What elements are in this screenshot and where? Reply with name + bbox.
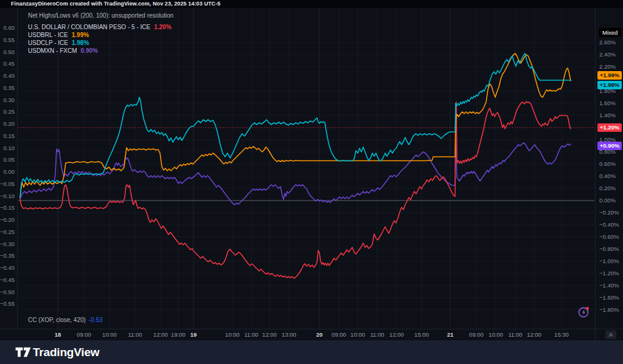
left-axis-label: 0.40	[0, 72, 15, 80]
time-tick: 12:00	[259, 331, 280, 338]
time-tick: 10:00	[347, 331, 369, 338]
cc-indicator-value: -0.53	[89, 317, 103, 323]
series-line-usdbrl	[20, 53, 571, 197]
price-badge-usdclp: +1.98%	[597, 81, 622, 89]
tradingview-brand-text[interactable]: TradingView	[33, 346, 99, 359]
series-line-usdclp	[20, 53, 571, 197]
time-tick-day: 21	[439, 331, 461, 338]
left-axis-label: 0.00	[0, 168, 15, 176]
left-axis-label: 0.35	[0, 84, 15, 92]
right-axis-label: −1.80%	[599, 306, 619, 314]
cc-indicator-name: CC (XOP, close, 420)	[28, 317, 86, 323]
left-axis-label: 0.20	[0, 120, 15, 128]
left-axis-label: 0.50	[0, 49, 15, 56]
left-axis-label: −0.20	[0, 216, 15, 224]
right-axis-label: −1.60%	[599, 294, 619, 301]
right-axis-label: 0.20%	[599, 185, 616, 192]
legend-symbol-label: U.S. DOLLAR / COLOMBIAN PESO - 5 - ICE	[28, 24, 150, 30]
time-scale[interactable]: A 1809:0010:0011:0012:0019:001910:0011:0…	[0, 329, 623, 340]
left-axis-label: −0.25	[0, 228, 15, 236]
left-axis-label: −0.40	[0, 264, 15, 272]
legend-symbol-change: 1.98%	[72, 39, 89, 46]
left-axis-label: 0.30	[0, 97, 15, 104]
right-axis-label: −1.40%	[599, 282, 619, 289]
right-axis-label: 0.00%	[599, 197, 616, 204]
left-axis-label: 0.15	[0, 132, 15, 140]
right-axis-label: −0.40%	[599, 221, 619, 228]
left-axis-label: 0.25	[0, 108, 15, 115]
time-tick: 12:00	[523, 331, 545, 338]
left-axis-label: −0.30	[0, 241, 15, 248]
right-axis-label: 1.60%	[599, 100, 616, 107]
time-tick: 11:00	[366, 331, 388, 338]
time-tick: 13:00	[278, 331, 300, 338]
time-tick-day: 19	[183, 331, 204, 338]
right-axis-label: −0.80%	[599, 246, 619, 253]
chart-area[interactable]: Net Highs/Lows v6 (200, 100): unsupporte…	[18, 8, 594, 329]
legend-symbol-change: 0.90%	[81, 47, 98, 54]
right-axis-label: −0.60%	[599, 233, 619, 241]
price-badge-usdcop: +1.20%	[597, 123, 622, 132]
chart-legend: Net Highs/Lows v6 (200, 100): unsupporte…	[28, 12, 173, 55]
left-axis-label: −0.05	[0, 180, 15, 188]
left-axis-label: 0.55	[0, 36, 15, 44]
footer-bar: TradingView	[0, 340, 623, 364]
time-tick: 09:00	[465, 331, 487, 338]
time-tick: 10:00	[99, 331, 120, 338]
legend-symbol-label: USDBRL - ICE	[28, 32, 68, 38]
right-axis-label: 2.60%	[599, 39, 616, 46]
left-axis-label: 0.10	[0, 145, 15, 152]
legend-symbol-label: USDCLP - ICE	[28, 39, 68, 46]
left-axis-label: −0.10	[0, 193, 15, 200]
time-tick: 12:00	[386, 331, 408, 338]
auto-scale-button[interactable]: A	[605, 331, 616, 339]
legend-symbol-change: 1.20%	[154, 24, 171, 30]
time-tick: 11:00	[124, 331, 146, 338]
right-axis-label: −1.20%	[599, 270, 619, 277]
tradingview-logo-icon[interactable]	[15, 347, 31, 357]
left-axis-label: −0.35	[0, 252, 15, 259]
cc-indicator-label[interactable]: CC (XOP, close, 420)-0.53	[28, 317, 103, 323]
price-chart-plot[interactable]	[18, 8, 594, 329]
right-axis-label: −1.00%	[599, 258, 619, 265]
left-axis-label: −0.45	[0, 276, 15, 284]
legend-items: U.S. DOLLAR / COLOMBIAN PESO - 5 - ICE1.…	[28, 23, 173, 55]
legend-symbol-change: 1.99%	[72, 32, 89, 38]
left-price-scale[interactable]: 0.600.550.500.450.400.350.300.250.200.15…	[0, 8, 18, 329]
time-tick-day: 18	[47, 331, 69, 338]
time-tick: 15:30	[551, 331, 573, 338]
left-axis-label: 0.45	[0, 60, 15, 67]
indicator-status-label: Net Highs/Lows v6 (200, 100): unsupporte…	[28, 12, 173, 19]
price-badge-usdmxn: +0.90%	[597, 142, 622, 150]
left-axis-label: 0.60	[0, 24, 15, 32]
attribution-bar: FinanzasyDineroCom created with TradingV…	[0, 0, 623, 8]
mixed-scale-badge[interactable]: Mixed	[599, 28, 621, 37]
left-axis-label: −0.15	[0, 204, 15, 211]
legend-item-usdmxn[interactable]: USDMXN - FXCM0.90%	[28, 47, 173, 55]
right-axis-label: −0.20%	[599, 209, 619, 216]
left-axis-label: 0.05	[0, 156, 15, 163]
legend-symbol-label: USDMXN - FXCM	[28, 47, 77, 54]
tradingview-chart-window: FinanzasyDineroCom created with TradingV…	[0, 0, 623, 364]
time-tick: 10:00	[485, 331, 507, 338]
legend-item-usdclp[interactable]: USDCLP - ICE1.98%	[28, 39, 173, 47]
realtime-flash-icon[interactable]	[577, 305, 591, 318]
left-axis-label: −0.50	[0, 289, 15, 296]
legend-item-usdbrl[interactable]: USDBRL - ICE1.99%	[28, 31, 173, 39]
right-price-scale[interactable]: Mixed 2.60%2.40%2.20%1.80%1.60%1.40%1.00…	[595, 8, 623, 340]
right-axis-label: 0.40%	[599, 173, 616, 180]
time-tick: 15:00	[411, 331, 433, 338]
right-axis-label: 0.60%	[599, 160, 616, 168]
right-axis-label: 2.20%	[599, 63, 616, 70]
price-badge-usdbrl: +1.99%	[597, 71, 622, 80]
right-axis-label: 1.40%	[599, 112, 616, 119]
legend-item-us[interactable]: U.S. DOLLAR / COLOMBIAN PESO - 5 - ICE1.…	[28, 23, 173, 31]
time-tick-day: 20	[308, 331, 330, 338]
left-axis-label: −0.55	[0, 300, 15, 307]
right-axis-label: 2.40%	[599, 51, 616, 58]
time-tick: 09:00	[73, 331, 95, 338]
series-line-usdcop	[20, 101, 571, 278]
